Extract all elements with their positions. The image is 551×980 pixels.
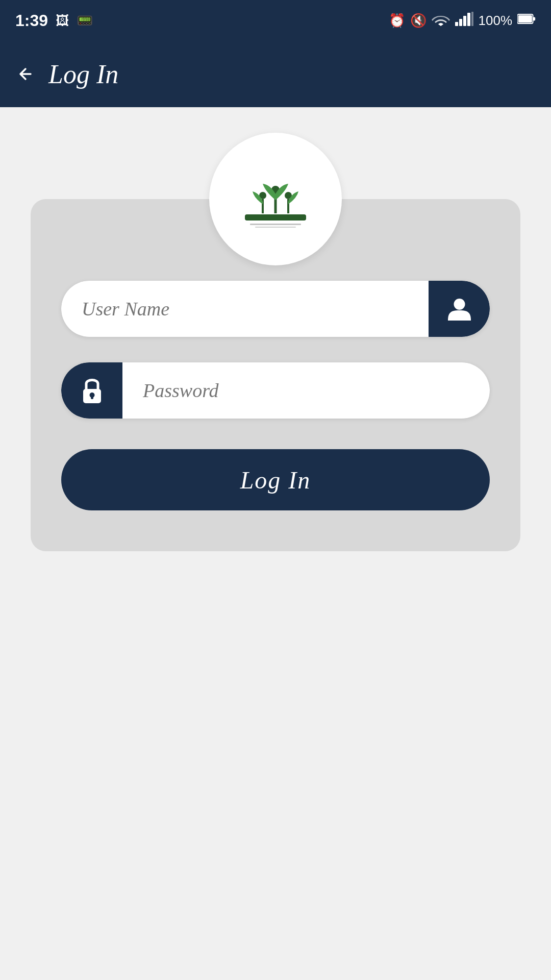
svg-rect-20 bbox=[91, 395, 93, 399]
svg-rect-6 bbox=[533, 17, 536, 20]
page-title: Log In bbox=[48, 59, 118, 89]
svg-point-17 bbox=[454, 299, 465, 310]
alarm-icon: ⏰ bbox=[389, 13, 405, 29]
password-input[interactable] bbox=[122, 362, 490, 419]
status-bar: 1:39 🖼 📟 ⏰ 🔇 100% bbox=[0, 0, 551, 41]
user-icon bbox=[445, 295, 473, 323]
sim-icon: 📟 bbox=[77, 13, 93, 29]
username-field[interactable] bbox=[61, 281, 490, 337]
svg-rect-0 bbox=[455, 22, 458, 26]
battery-icon bbox=[517, 12, 536, 30]
status-time: 1:39 bbox=[15, 11, 48, 30]
svg-rect-16 bbox=[255, 227, 296, 228]
wifi-icon bbox=[432, 12, 450, 30]
status-left: 1:39 🖼 📟 bbox=[15, 11, 93, 30]
svg-rect-4 bbox=[471, 12, 473, 26]
signal-icon bbox=[455, 12, 473, 30]
svg-rect-8 bbox=[245, 214, 306, 220]
status-right: ⏰ 🔇 100% bbox=[389, 12, 536, 30]
mute-icon: 🔇 bbox=[410, 13, 427, 29]
password-field[interactable] bbox=[61, 362, 490, 419]
lock-icon-box bbox=[61, 362, 122, 419]
login-button[interactable]: Log In bbox=[61, 449, 490, 510]
svg-rect-7 bbox=[518, 15, 532, 22]
svg-rect-15 bbox=[250, 224, 301, 225]
main-content: Log In bbox=[0, 107, 551, 980]
svg-rect-2 bbox=[463, 16, 466, 26]
svg-rect-3 bbox=[467, 13, 470, 26]
logo-circle bbox=[209, 133, 342, 265]
username-input[interactable] bbox=[61, 281, 429, 337]
photo-icon: 🖼 bbox=[56, 13, 69, 29]
lock-icon bbox=[78, 376, 106, 405]
user-icon-box bbox=[429, 281, 490, 337]
login-card: Log In bbox=[31, 199, 520, 551]
battery-percent: 100% bbox=[479, 13, 513, 29]
back-button[interactable] bbox=[15, 64, 36, 84]
svg-rect-1 bbox=[459, 19, 462, 26]
app-bar: Log In bbox=[0, 41, 551, 107]
